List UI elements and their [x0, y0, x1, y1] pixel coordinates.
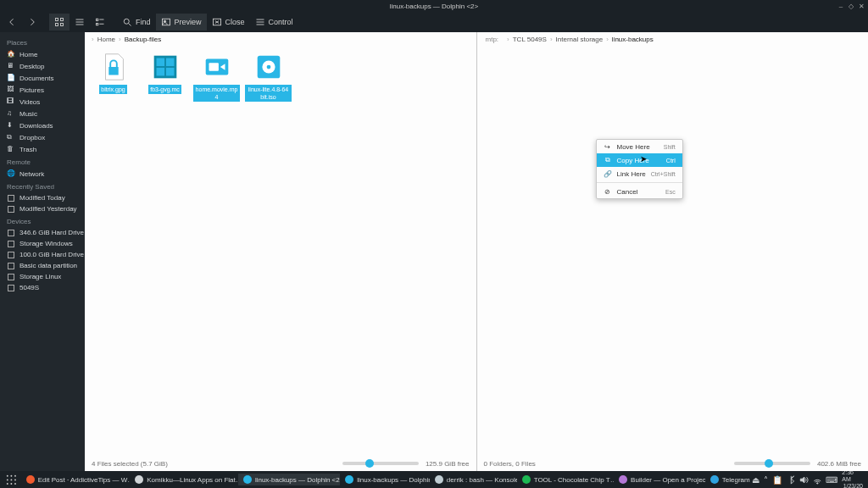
maximize-icon[interactable]: ◇	[848, 3, 854, 9]
chevron-right-icon: ›	[90, 36, 96, 43]
square-icon	[8, 206, 14, 213]
drive-icon	[8, 274, 14, 280]
close-window-icon[interactable]: ✕	[858, 3, 865, 9]
sidebar-item-device[interactable]: 100.0 GiB Hard Drive	[0, 249, 85, 260]
menu-item-copy[interactable]: ⧉ Copy Here Ctrl	[597, 153, 682, 167]
video-file-icon	[201, 51, 233, 83]
sidebar-item-device[interactable]: Storage Windows	[0, 238, 85, 249]
task-label: Edit Post · AddictiveTips — W…	[38, 476, 131, 484]
hamburger-icon	[255, 17, 265, 27]
section-remote: Remote	[0, 155, 85, 168]
svg-rect-24	[165, 58, 174, 67]
taskbar-task[interactable]: linux-backups — Dolphin <2>	[238, 474, 340, 485]
tray-clipboard-icon[interactable]: 📋	[772, 475, 782, 485]
tray-network-icon[interactable]	[813, 475, 822, 485]
sidebar-item-pictures[interactable]: 🖼Pictures	[0, 84, 85, 96]
task-label: TOOL - Chocolate Chip T…	[534, 476, 614, 484]
taskbar-task[interactable]: TOOL - Chocolate Chip T…	[517, 474, 614, 485]
sidebar-item-downloads[interactable]: ⬇Downloads	[0, 119, 85, 131]
file-grid-right[interactable]: ↪ Move Here Shift ⧉ Copy Here Ctrl 🔗 Lin…	[477, 46, 869, 456]
sidebar-item-videos[interactable]: 🎞Videos	[0, 96, 85, 108]
sidebar-item-device[interactable]: 5049S	[0, 282, 85, 293]
main-area: Places 🏠Home 🖥Desktop 📄Documents 🖼Pictur…	[0, 32, 868, 471]
taskbar-task[interactable]: Komikku—Linux Apps on Flat…	[130, 474, 238, 485]
taskbar-task[interactable]: Edit Post · AddictiveTips — W…	[21, 474, 131, 485]
close-split-button[interactable]: Close	[207, 14, 250, 30]
sidebar-item-trash[interactable]: 🗑Trash	[0, 143, 85, 155]
forward-button[interactable]	[22, 14, 42, 30]
sidebar-item-mod-yesterday[interactable]: Modified Yesterday	[0, 203, 85, 214]
compact-view-button[interactable]	[70, 14, 90, 30]
icons-view-button[interactable]	[49, 14, 70, 30]
drive-icon	[8, 263, 14, 269]
pictures-icon: 🖼	[7, 86, 15, 94]
menu-item-move[interactable]: ↪ Move Here Shift	[597, 140, 682, 153]
arrow-right-icon	[27, 17, 37, 27]
tray-usb-icon[interactable]: ⏏	[752, 475, 760, 485]
app-launcher[interactable]	[5, 473, 18, 486]
zoom-slider-left[interactable]	[342, 462, 419, 465]
svg-point-11	[124, 19, 129, 24]
sidebar-item-device[interactable]: 346.6 GiB Hard Drive	[0, 227, 85, 238]
menu-item-cancel[interactable]: ⊘ Cancel Esc	[597, 185, 682, 198]
crumb-home[interactable]: Home	[97, 36, 115, 43]
status-selection: 4 Files selected (5.7 GiB)	[92, 460, 168, 468]
svg-point-37	[14, 479, 16, 480]
left-pane[interactable]: › Home › Backup-files bitrix.gpg fb3-gvg…	[85, 32, 476, 471]
zoom-slider-right[interactable]	[734, 462, 810, 465]
compact-view-icon	[75, 17, 85, 27]
taskbar-task[interactable]: Builder — Open a Project	[614, 474, 705, 485]
crumb-current[interactable]: Backup-files	[125, 36, 162, 43]
file-item[interactable]: bitrix.gpg	[90, 51, 136, 94]
file-item[interactable]: linux-lite.4.8-64bit.iso	[245, 51, 292, 102]
sidebar-item-mod-today[interactable]: Modified Today	[0, 192, 85, 203]
taskbar-task[interactable]: Telegram	[705, 474, 752, 485]
sidebar-item-network[interactable]: 🌐Network	[0, 168, 85, 180]
right-pane[interactable]: mtp: › TCL 5049S › Internal storage › li…	[476, 32, 869, 471]
crumb-storage[interactable]: Internal storage	[556, 36, 604, 43]
find-button[interactable]: Find	[117, 14, 156, 30]
sidebar-item-music[interactable]: ♫Music	[0, 108, 85, 119]
file-item[interactable]: fb3-gvg.mc	[142, 51, 188, 94]
details-view-button[interactable]	[90, 14, 110, 30]
breadcrumb-right[interactable]: mtp: › TCL 5049S › Internal storage › li…	[477, 32, 869, 46]
minimize-icon[interactable]: –	[837, 3, 844, 9]
tray-chevron-up-icon[interactable]: ˄	[764, 475, 768, 485]
svg-point-39	[10, 483, 12, 485]
tray-bluetooth-icon[interactable]	[787, 475, 796, 485]
task-label: derrik : bash — Konsole	[447, 476, 517, 484]
file-grid-left[interactable]: bitrix.gpg fb3-gvg.mc home.movie.mp4	[85, 46, 476, 456]
sidebar-item-documents[interactable]: 📄Documents	[0, 72, 85, 84]
crumb-device[interactable]: TCL 5049S	[513, 36, 547, 43]
taskbar-task[interactable]: linux-backups — Dolphin	[340, 474, 430, 485]
section-devices: Devices	[0, 214, 85, 227]
tray-keyboard-icon[interactable]: ⌨	[826, 475, 837, 485]
sidebar-item-desktop[interactable]: 🖥Desktop	[0, 60, 85, 72]
clock[interactable]: 2:36 AM 1/23/20	[842, 469, 863, 488]
status-freespace: 402.6 MiB free	[817, 460, 861, 468]
task-app-icon	[135, 475, 143, 484]
taskbar-task[interactable]: derrik : bash — Konsole	[430, 474, 517, 485]
sidebar-item-home[interactable]: 🏠Home	[0, 48, 85, 60]
back-button[interactable]	[2, 14, 22, 30]
section-recent: Recently Saved	[0, 180, 85, 192]
dropbox-icon: ⧉	[7, 133, 15, 141]
tray-volume-icon[interactable]	[799, 475, 809, 485]
sidebar-item-dropbox[interactable]: ⧉Dropbox	[0, 131, 85, 143]
breadcrumb-left[interactable]: › Home › Backup-files	[85, 32, 476, 46]
crumb-current[interactable]: linux-backups	[612, 36, 654, 43]
preview-button[interactable]: Preview	[156, 14, 207, 30]
music-icon: ♫	[7, 109, 15, 118]
documents-icon: 📄	[7, 74, 15, 82]
sidebar-item-device[interactable]: Storage Linux	[0, 271, 85, 282]
control-menu-button[interactable]: Control	[250, 14, 298, 30]
file-item[interactable]: home.movie.mp4	[193, 51, 240, 102]
chevron-right-icon: ›	[548, 36, 554, 43]
sidebar-item-device[interactable]: Basic data partition	[0, 260, 85, 271]
menu-separator	[597, 182, 682, 183]
menu-item-link[interactable]: 🔗 Link Here Ctrl+Shift	[597, 167, 682, 180]
svg-rect-8	[97, 24, 98, 25]
window-title: linux-backups — Dolphin <2>	[390, 3, 479, 10]
task-app-icon	[435, 475, 443, 484]
system-tray: ⏏ ˄ 📋 ⌨ 2:36 AM 1/23/20	[752, 469, 866, 488]
